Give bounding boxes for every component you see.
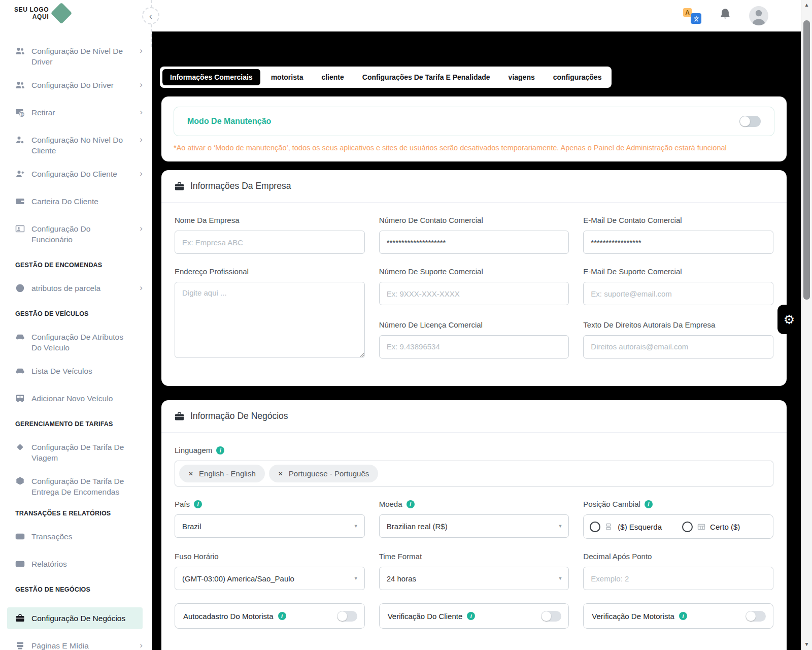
sidebar-collapse-button[interactable]: ‹ bbox=[142, 7, 159, 24]
radio-button[interactable] bbox=[682, 522, 693, 532]
settings-gear-button[interactable]: ⚙ bbox=[777, 305, 801, 334]
sidebar-item-transactions[interactable]: Transações bbox=[0, 531, 151, 542]
field-currency: Moeda i Brazilian real (R$) ▼ bbox=[379, 500, 569, 539]
tab-bar: Informações Comerciais motorista cliente… bbox=[160, 67, 612, 88]
field-support-number: Número De Suporte Comercial bbox=[379, 267, 569, 307]
user-plus-icon bbox=[15, 169, 25, 179]
company-name-input[interactable] bbox=[175, 231, 365, 254]
info-icon[interactable]: i bbox=[645, 500, 653, 508]
sidebar-item-client-level-config[interactable]: Configuração No Nível Do Cliente › bbox=[0, 135, 151, 156]
sidebar-item-add-vehicle[interactable]: Adicionar Novo Veículo bbox=[0, 393, 151, 404]
sidebar-item-trip-fare-config[interactable]: Configuração De Tarifa De Viagem bbox=[0, 442, 151, 463]
maintenance-mode-toggle[interactable] bbox=[739, 116, 761, 127]
scrollbar-thumb[interactable] bbox=[803, 20, 810, 300]
maintenance-mode-title: Modo De Manutenção bbox=[187, 117, 271, 126]
info-icon[interactable]: i bbox=[216, 446, 224, 454]
currency-select[interactable]: Brazilian real (R$) ▼ bbox=[379, 514, 569, 538]
chevron-right-icon: › bbox=[140, 107, 143, 117]
sidebar-item-vehicle-attributes-config[interactable]: Configuração De Atributos Do Veículo bbox=[0, 332, 151, 353]
notifications-bell-icon[interactable] bbox=[719, 8, 732, 24]
info-icon[interactable]: i bbox=[407, 500, 415, 508]
sidebar: Configuração De Nível De Driver › Config… bbox=[0, 31, 151, 650]
country-select[interactable]: Brazil ▼ bbox=[175, 514, 365, 538]
currency-position-group: ($) Esquerda Certo ($) bbox=[583, 514, 773, 539]
logo-diamond-icon bbox=[51, 3, 72, 24]
users-icon bbox=[15, 80, 25, 90]
contact-number-input[interactable] bbox=[379, 231, 569, 254]
contact-email-input[interactable] bbox=[583, 231, 773, 254]
timezone-select[interactable]: (GMT-03:00) America/Sao_Paulo ▼ bbox=[175, 567, 365, 590]
driver-self-registration-box: Autocadastro Do Motorista i bbox=[175, 603, 365, 629]
toggle-knob bbox=[740, 116, 750, 126]
briefcase-icon bbox=[175, 412, 184, 421]
field-copyright-text: Texto De Direitos Autorais Da Empresa bbox=[583, 320, 773, 361]
info-icon[interactable]: i bbox=[278, 612, 286, 620]
time-format-select[interactable]: 24 horas ▼ bbox=[379, 567, 569, 590]
maintenance-card: Modo De Manutenção *Ao ativar o ‘Modo de… bbox=[161, 96, 787, 161]
users-icon bbox=[15, 46, 25, 56]
chevron-down-icon: ▼ bbox=[354, 576, 358, 581]
page-scrollbar[interactable]: ▲ ▼ bbox=[801, 0, 812, 650]
sidebar-item-parcel-attributes[interactable]: atributos de parcela › bbox=[0, 283, 151, 294]
scroll-up-icon[interactable]: ▲ bbox=[801, 2, 812, 8]
sidebar-item-withdraw[interactable]: $ Retirar › bbox=[0, 107, 151, 118]
sidebar-item-driver-level-config[interactable]: Configuração De Nível De Driver › bbox=[0, 46, 151, 67]
remove-chip-icon[interactable]: ✕ bbox=[188, 470, 193, 477]
field-currency-position: Posição Cambial i ($) Esquerda Certo ($) bbox=[583, 500, 773, 539]
sidebar-item-reports[interactable]: Relatórios bbox=[0, 559, 151, 569]
tab-client[interactable]: cliente bbox=[314, 69, 351, 85]
tab-fare-penalty-settings[interactable]: Configurações De Tarifa E Penalidade bbox=[355, 69, 498, 85]
user-gear-icon bbox=[15, 135, 25, 145]
info-icon[interactable]: i bbox=[679, 612, 687, 620]
chevron-right-icon: › bbox=[140, 46, 143, 55]
timezone-label: Fuso Horário bbox=[175, 552, 365, 561]
client-verification-toggle[interactable] bbox=[541, 611, 561, 622]
sidebar-item-client-wallet[interactable]: Carteira Do Cliente bbox=[0, 196, 151, 207]
tab-settings[interactable]: configurações bbox=[546, 69, 610, 85]
currency-left-option[interactable]: ($) Esquerda bbox=[590, 522, 662, 532]
user-avatar[interactable] bbox=[749, 6, 768, 25]
sidebar-item-parcel-delivery-fare-config[interactable]: Configuração De Tarifa De Entrega De Enc… bbox=[0, 476, 151, 497]
translate-icon[interactable]: A bbox=[683, 7, 701, 24]
decimal-input[interactable] bbox=[583, 567, 773, 590]
stack-icon bbox=[605, 523, 613, 531]
language-multiselect[interactable]: ✕ English - English ✕ Portuguese - Portu… bbox=[175, 461, 773, 486]
sidebar-item-vehicle-list[interactable]: Lista De Veículos bbox=[0, 366, 151, 376]
chevron-right-icon: › bbox=[140, 80, 143, 89]
license-number-input[interactable] bbox=[379, 335, 569, 359]
copyright-text-input[interactable] bbox=[583, 335, 773, 359]
scroll-down-icon[interactable]: ▼ bbox=[801, 641, 812, 647]
client-verification-box: Verificação Do Cliente i bbox=[379, 603, 569, 629]
gear-icon: ⚙ bbox=[784, 312, 795, 327]
chevron-left-icon: ‹ bbox=[149, 11, 153, 21]
withdraw-icon: $ bbox=[15, 108, 25, 117]
sidebar-section-vehicles: GESTÃO DE VEÍCULOS bbox=[0, 310, 151, 317]
tab-commercial-info[interactable]: Informações Comerciais bbox=[162, 69, 260, 85]
driver-verification-toggle[interactable] bbox=[746, 611, 766, 622]
info-icon[interactable]: i bbox=[467, 612, 475, 620]
radio-button[interactable] bbox=[590, 522, 600, 532]
sidebar-item-driver-config[interactable]: Configuração Do Driver › bbox=[0, 80, 151, 90]
driver-self-registration-toggle[interactable] bbox=[337, 611, 357, 622]
support-email-input[interactable] bbox=[583, 282, 773, 305]
sidebar-item-client-config[interactable]: Configuração Do Cliente › bbox=[0, 169, 151, 179]
copyright-text-label: Texto De Direitos Autorais Da Empresa bbox=[583, 320, 773, 329]
business-address-textarea[interactable] bbox=[175, 282, 365, 358]
remove-chip-icon[interactable]: ✕ bbox=[278, 470, 283, 477]
toggle-knob bbox=[337, 611, 347, 621]
time-format-label: Time Format bbox=[379, 552, 569, 561]
sidebar-item-business-config[interactable]: Configuração De Negócios bbox=[7, 607, 143, 629]
bus-icon bbox=[15, 394, 25, 403]
tab-driver[interactable]: motorista bbox=[263, 69, 311, 85]
tab-trips[interactable]: viagens bbox=[501, 69, 543, 85]
maintenance-warning-text: *Ao ativar o ‘Modo de manutenção’, todos… bbox=[174, 144, 774, 152]
company-card-title: Informações Da Empresa bbox=[190, 181, 291, 191]
app-logo: SEU LOGO AQUI bbox=[14, 6, 69, 21]
info-icon[interactable]: i bbox=[194, 500, 202, 508]
support-number-input[interactable] bbox=[379, 282, 569, 305]
country-label: País bbox=[175, 500, 190, 508]
sidebar-item-pages-media[interactable]: Páginas E Mídia › bbox=[0, 640, 151, 650]
driver-self-registration-label: Autocadastro Do Motorista bbox=[183, 612, 274, 621]
currency-right-option[interactable]: Certo ($) bbox=[682, 522, 740, 532]
sidebar-item-employee-config[interactable]: Configuração Do Funcionário › bbox=[0, 223, 151, 245]
